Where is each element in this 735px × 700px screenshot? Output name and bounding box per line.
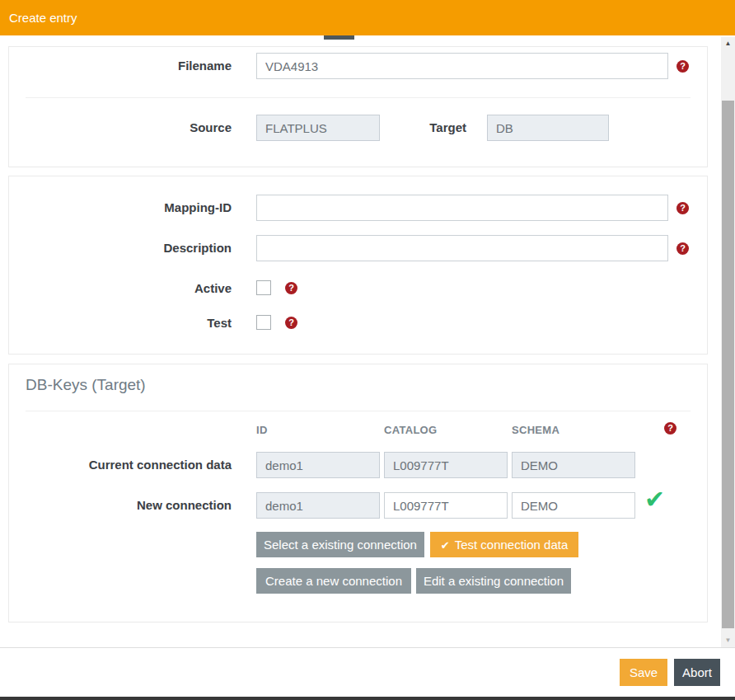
create-new-connection-button[interactable]: Create a new connection bbox=[256, 568, 411, 594]
active-help-icon[interactable]: ? bbox=[285, 282, 297, 294]
active-label: Active bbox=[9, 281, 232, 296]
source-label: Source bbox=[9, 115, 232, 141]
test-connection-data-button[interactable]: ✔Test connection data bbox=[430, 532, 578, 557]
description-help-icon[interactable]: ? bbox=[676, 242, 689, 255]
test-label: Test bbox=[9, 316, 232, 331]
edit-existing-connection-button[interactable]: Edit a existing connection bbox=[416, 568, 571, 594]
dialog-header: Create entry bbox=[0, 0, 735, 35]
scrollbar-thumb[interactable] bbox=[722, 101, 734, 628]
column-header-schema: SCHEMA bbox=[512, 424, 559, 436]
filename-input[interactable] bbox=[256, 53, 668, 79]
scroll-down-arrow-icon[interactable]: ▼ bbox=[721, 634, 735, 647]
db-keys-help-icon[interactable]: ? bbox=[664, 422, 676, 435]
vertical-scrollbar[interactable]: ▲ ▼ bbox=[721, 37, 735, 647]
file-info-panel: Filename ? Source Target bbox=[8, 46, 708, 167]
column-header-id: ID bbox=[256, 424, 268, 436]
new-connection-label: New connection bbox=[9, 492, 232, 519]
target-input bbox=[487, 115, 609, 141]
scroll-up-arrow-icon[interactable]: ▲ bbox=[721, 37, 735, 50]
connection-valid-check-icon: ✔ bbox=[644, 485, 665, 514]
current-connection-label: Current connection data bbox=[9, 452, 232, 478]
dialog-title: Create entry bbox=[9, 11, 77, 25]
panel-divider bbox=[26, 97, 691, 98]
active-tab-indicator bbox=[324, 35, 354, 40]
db-keys-title: DB-Keys (Target) bbox=[26, 376, 146, 394]
select-existing-connection-button[interactable]: Select a existing connection bbox=[256, 532, 424, 557]
footer-divider bbox=[0, 647, 735, 648]
new-id-input bbox=[256, 492, 380, 519]
create-entry-dialog: Create entry Filename ? Source Target Ma… bbox=[0, 0, 735, 700]
window-bottom-edge bbox=[0, 697, 735, 700]
mapping-panel: Mapping-ID ? Description ? Active ? Test… bbox=[8, 176, 708, 355]
new-catalog-input[interactable] bbox=[384, 492, 508, 519]
test-connection-label: Test connection data bbox=[455, 538, 569, 552]
description-label: Description bbox=[9, 235, 232, 261]
mapping-id-help-icon[interactable]: ? bbox=[676, 202, 689, 214]
test-help-icon[interactable]: ? bbox=[285, 317, 297, 329]
abort-button[interactable]: Abort bbox=[674, 659, 720, 686]
source-input bbox=[256, 115, 380, 141]
current-id-input bbox=[256, 452, 380, 478]
current-catalog-input bbox=[384, 452, 508, 478]
new-schema-input[interactable] bbox=[512, 492, 635, 519]
test-checkbox[interactable] bbox=[256, 315, 271, 330]
filename-label: Filename bbox=[9, 53, 232, 79]
current-schema-input bbox=[512, 452, 635, 478]
description-input[interactable] bbox=[256, 235, 668, 261]
save-button[interactable]: Save bbox=[620, 659, 667, 686]
mapping-id-input[interactable] bbox=[256, 195, 668, 221]
filename-help-icon[interactable]: ? bbox=[676, 60, 689, 73]
panel-divider bbox=[26, 411, 691, 411]
target-label: Target bbox=[372, 115, 466, 141]
active-checkbox[interactable] bbox=[256, 280, 271, 295]
db-keys-panel: DB-Keys (Target) ID CATALOG SCHEMA ? Cur… bbox=[8, 364, 708, 622]
column-header-catalog: CATALOG bbox=[384, 424, 437, 436]
check-icon: ✔ bbox=[441, 539, 450, 552]
mapping-id-label: Mapping-ID bbox=[9, 195, 232, 221]
